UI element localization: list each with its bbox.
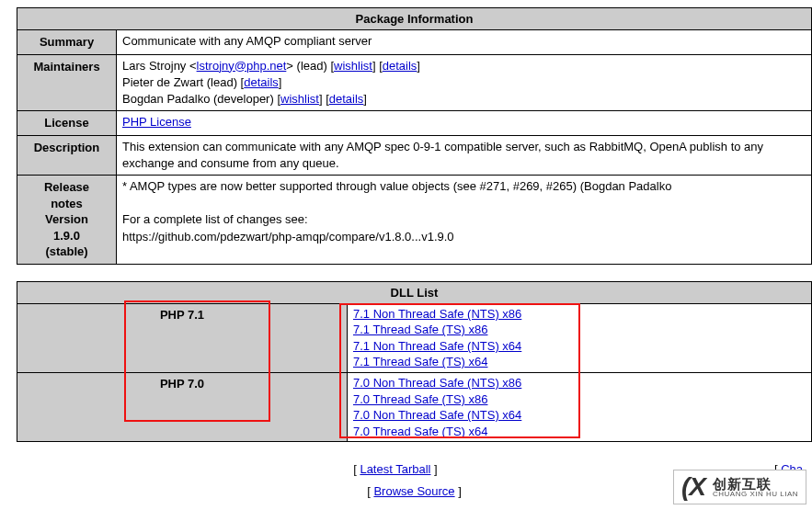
value-summary: Communicate with any AMQP compliant serv… <box>117 30 812 55</box>
label-summary: Summary <box>17 30 117 55</box>
package-info-table: Package Information Summary Communicate … <box>17 7 812 265</box>
logo-mark-icon: (X <box>681 474 705 500</box>
dll-links-71: 7.1 Non Thread Safe (NTS) x86 7.1 Thread… <box>348 303 812 372</box>
details-link[interactable]: details <box>383 59 417 73</box>
package-info-title: Package Information <box>17 8 812 30</box>
logo-text-cn: 创新互联 <box>713 477 798 491</box>
wishlist-link[interactable]: wishlist <box>334 59 372 73</box>
label-release: Release notes Version 1.9.0 (stable) <box>17 176 117 265</box>
dll-links-70: 7.0 Non Thread Safe (NTS) x86 7.0 Thread… <box>348 372 812 441</box>
dll-list-title: DLL List <box>17 281 812 303</box>
label-maintainers: Maintainers <box>17 54 117 111</box>
php-version-71: PHP 7.1 <box>17 303 348 372</box>
dll-link[interactable]: 7.1 Thread Safe (TS) x86 <box>353 323 487 336</box>
dll-link[interactable]: 7.1 Non Thread Safe (NTS) x64 <box>353 339 521 353</box>
details-link[interactable]: details <box>244 75 279 89</box>
watermark-logo: (X 创新互联 CHUANG XIN HU LIAN <box>673 470 806 504</box>
value-maintainers: Lars Strojny <lstrojny@php.net> (lead) [… <box>117 54 812 111</box>
dll-link[interactable]: 7.1 Thread Safe (TS) x64 <box>353 355 487 368</box>
dll-link[interactable]: 7.0 Thread Safe (TS) x64 <box>353 425 487 438</box>
dll-link[interactable]: 7.1 Non Thread Safe (NTS) x86 <box>353 307 521 321</box>
dll-link[interactable]: 7.0 Non Thread Safe (NTS) x64 <box>353 408 521 422</box>
details-link[interactable]: details <box>329 92 364 106</box>
license-link[interactable]: PHP License <box>122 115 191 129</box>
value-license: PHP License <box>117 111 812 136</box>
browse-source-link[interactable]: Browse Source <box>373 484 454 498</box>
latest-tarball-link[interactable]: Latest Tarball <box>360 462 430 476</box>
dll-link[interactable]: 7.0 Non Thread Safe (NTS) x86 <box>353 376 521 390</box>
email-link[interactable]: lstrojny@php.net <box>197 59 287 73</box>
dll-list-table: DLL List PHP 7.1 7.1 Non Thread Safe (NT… <box>17 281 812 442</box>
wishlist-link[interactable]: wishlist <box>280 92 319 106</box>
label-license: License <box>17 111 117 136</box>
value-release: * AMQP types are now better supported th… <box>117 176 812 265</box>
logo-text-en: CHUANG XIN HU LIAN <box>713 491 798 498</box>
label-description: Description <box>17 135 117 175</box>
dll-link[interactable]: 7.0 Thread Safe (TS) x86 <box>353 392 487 406</box>
php-version-70: PHP 7.0 <box>17 372 348 441</box>
value-description: This extension can communicate with any … <box>117 135 812 175</box>
